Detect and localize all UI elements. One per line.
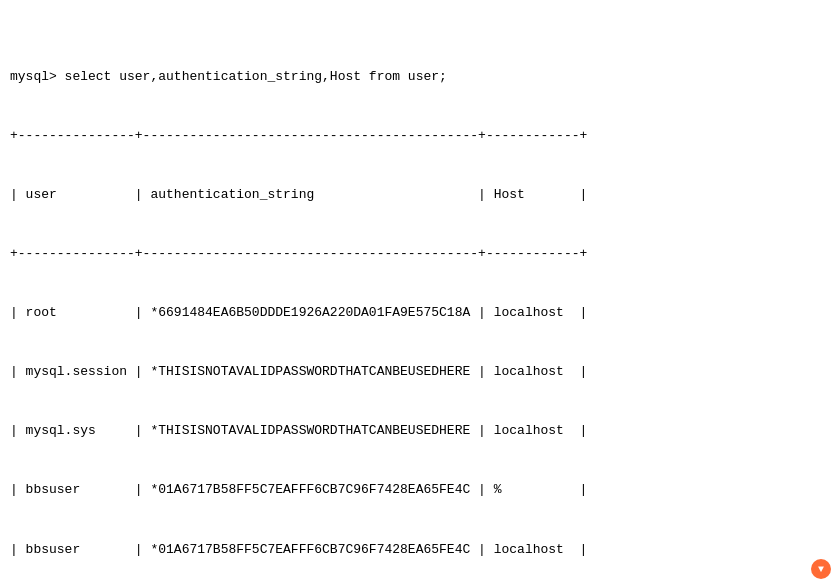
table-row-2: | mysql.session | *THISISNOTAVALIDPASSWO… <box>10 362 829 382</box>
table-row-4: | bbsuser | *01A6717B58FF5C7EAFFF6CB7C96… <box>10 480 829 500</box>
scroll-button[interactable]: ▼ <box>811 559 831 579</box>
terminal-window: mysql> select user,authentication_string… <box>0 0 839 587</box>
table-row-1: | root | *6691484EA6B50DDDE1926A220DA01F… <box>10 303 829 323</box>
table-sep-2: +---------------+-----------------------… <box>10 244 829 264</box>
table-row-3: | mysql.sys | *THISISNOTAVALIDPASSWORDTH… <box>10 421 829 441</box>
table-header-1: | user | authentication_string | Host | <box>10 185 829 205</box>
table-row-5: | bbsuser | *01A6717B58FF5C7EAFFF6CB7C96… <box>10 540 829 560</box>
table-sep-1: +---------------+-----------------------… <box>10 126 829 146</box>
command-line-1: mysql> select user,authentication_string… <box>10 67 829 87</box>
